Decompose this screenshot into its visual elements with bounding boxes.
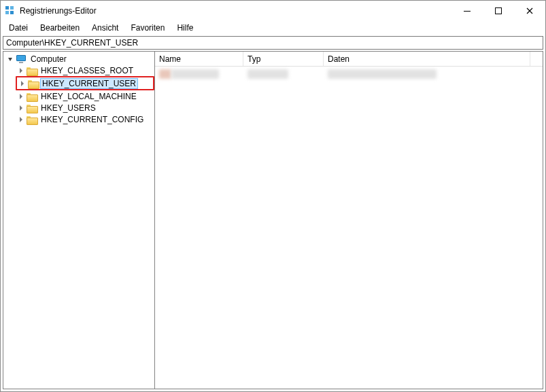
svg-rect-0 <box>5 6 9 10</box>
tree-item-hkcu[interactable]: HKEY_CURRENT_USER <box>17 77 153 89</box>
folder-icon <box>27 67 37 75</box>
column-name[interactable]: Name <box>155 52 243 66</box>
column-typ[interactable]: Typ <box>243 52 324 66</box>
svg-rect-4 <box>464 11 471 12</box>
svg-rect-5 <box>496 8 502 14</box>
tree-item-hklm[interactable]: HKEY_LOCAL_MACHINE <box>3 90 154 102</box>
minimize-button[interactable] <box>451 1 483 21</box>
menubar: Datei Bearbeiten Ansicht Favoriten Hilfe <box>1 21 545 35</box>
main-split: Computer HKEY_CLASSES_ROOT HKEY_CURRENT_… <box>1 51 545 391</box>
list-body[interactable] <box>155 67 543 389</box>
svg-rect-3 <box>10 11 14 14</box>
list-row-blurred <box>159 69 539 79</box>
addressbar-container: Computer\HKEY_CURRENT_USER <box>1 35 545 51</box>
column-daten-label: Daten <box>328 54 349 64</box>
tree-pane[interactable]: Computer HKEY_CLASSES_ROOT HKEY_CURRENT_… <box>3 51 155 389</box>
tree-item-label: HKEY_CURRENT_CONFIG <box>39 115 145 124</box>
tree-root-label: Computer <box>29 54 68 64</box>
addressbar[interactable]: Computer\HKEY_CURRENT_USER <box>3 36 543 50</box>
tree-root-computer[interactable]: Computer <box>3 53 154 65</box>
tree-item-hkcr[interactable]: HKEY_CLASSES_ROOT <box>3 65 154 76</box>
tree-item-label: HKEY_USERS <box>39 103 97 113</box>
tree-item-hkcc[interactable]: HKEY_CURRENT_CONFIG <box>3 113 154 125</box>
list-pane: Name Typ Daten <box>155 51 543 389</box>
addressbar-text: Computer\HKEY_CURRENT_USER <box>6 38 138 48</box>
chevron-right-icon[interactable] <box>16 105 27 111</box>
menu-ansicht[interactable]: Ansicht <box>86 22 124 33</box>
menu-datei[interactable]: Datei <box>3 22 33 33</box>
menu-hilfe[interactable]: Hilfe <box>171 22 199 33</box>
chevron-down-icon[interactable] <box>5 56 16 62</box>
chevron-right-icon[interactable] <box>16 94 27 99</box>
chevron-right-icon[interactable] <box>17 81 28 86</box>
column-name-label: Name <box>159 54 181 64</box>
close-button[interactable] <box>514 1 545 21</box>
chevron-right-icon[interactable] <box>16 117 27 122</box>
maximize-button[interactable] <box>483 1 514 21</box>
folder-icon <box>27 92 37 101</box>
tree-item-label: HKEY_CLASSES_ROOT <box>39 66 135 75</box>
list-header: Name Typ Daten <box>155 52 543 67</box>
folder-icon <box>28 79 38 88</box>
computer-icon <box>16 55 27 63</box>
folder-icon <box>27 104 37 112</box>
folder-icon <box>27 115 37 124</box>
titlebar: Registrierungs-Editor <box>1 1 545 21</box>
menu-favoriten[interactable]: Favoriten <box>125 22 170 33</box>
column-typ-label: Typ <box>248 54 260 64</box>
window-title: Registrierungs-Editor <box>20 6 97 16</box>
tree-item-label: HKEY_CURRENT_USER <box>41 79 137 88</box>
tree-item-hku[interactable]: HKEY_USERS <box>3 102 154 113</box>
column-tail <box>530 52 543 66</box>
highlight-hkcu: HKEY_CURRENT_USER <box>16 76 154 90</box>
svg-rect-2 <box>5 11 9 14</box>
menu-bearbeiten[interactable]: Bearbeiten <box>35 22 85 33</box>
tree-item-label: HKEY_LOCAL_MACHINE <box>39 92 138 101</box>
regedit-window: Registrierungs-Editor Datei Bearbeiten A… <box>0 0 546 392</box>
app-icon <box>5 5 16 16</box>
svg-rect-1 <box>10 6 14 10</box>
column-daten[interactable]: Daten <box>324 52 530 66</box>
chevron-right-icon[interactable] <box>16 68 27 73</box>
